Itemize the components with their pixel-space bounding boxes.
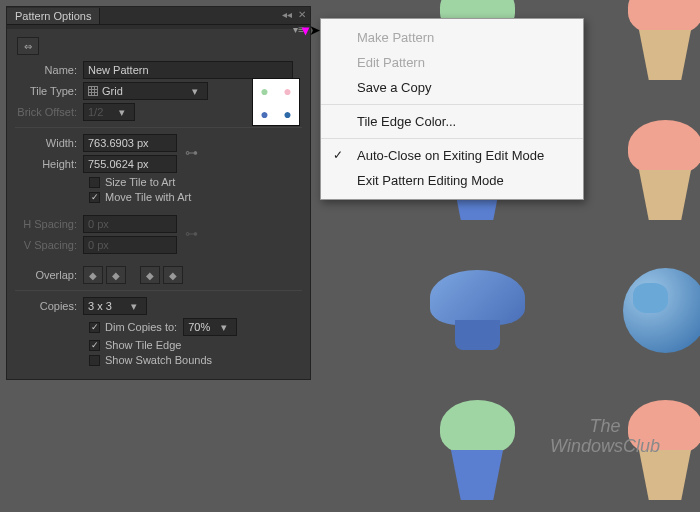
show-swatch-checkbox[interactable] <box>89 355 100 366</box>
menu-save-copy[interactable]: Save a Copy <box>321 75 583 100</box>
expand-tile-icon[interactable]: ⇔ <box>17 37 39 55</box>
copies-label: Copies: <box>15 300 83 312</box>
brick-offset-select: 1/2▾ <box>83 103 135 121</box>
panel-tab-bar: Pattern Options ◂◂ ✕ <box>7 7 310 25</box>
height-input[interactable] <box>83 155 177 173</box>
show-swatch-label: Show Swatch Bounds <box>105 354 212 366</box>
width-label: Width: <box>15 137 83 149</box>
dim-copies-select[interactable]: 70%▾ <box>183 318 237 336</box>
tile-type-select[interactable]: Grid ▾ <box>83 82 208 100</box>
panel-flyout-menu: Make Pattern Edit Pattern Save a Copy Ti… <box>320 18 584 200</box>
watermark: The WindowsClub <box>550 417 660 457</box>
menu-auto-close[interactable]: ✓Auto-Close on Exiting Edit Mode <box>321 143 583 168</box>
overlap-left-button[interactable]: ◆ <box>83 266 103 284</box>
width-input[interactable] <box>83 134 177 152</box>
name-label: Name: <box>15 64 83 76</box>
collapse-icon[interactable]: ◂◂ <box>282 9 292 20</box>
pattern-preview-thumb: ●● ●● <box>252 78 300 126</box>
grid-icon <box>88 86 98 96</box>
move-tile-checkbox[interactable]: ✓ <box>89 192 100 203</box>
brick-offset-label: Brick Offset: <box>15 106 83 118</box>
panel-tab-pattern-options[interactable]: Pattern Options <box>7 8 100 24</box>
cursor-icon: ▾➤ <box>302 22 321 38</box>
menu-tile-edge-color[interactable]: Tile Edge Color... <box>321 109 583 134</box>
size-tile-label: Size Tile to Art <box>105 176 175 188</box>
overlap-right-button[interactable]: ◆ <box>106 266 126 284</box>
chevron-down-icon: ▾ <box>187 85 203 98</box>
pattern-options-panel: Pattern Options ◂◂ ✕ ▾≡ ⇔ Name: Tile Typ… <box>6 6 311 380</box>
name-input[interactable] <box>83 61 293 79</box>
copies-select[interactable]: 3 x 3▾ <box>83 297 147 315</box>
menu-exit-pattern-editing[interactable]: Exit Pattern Editing Mode <box>321 168 583 193</box>
size-tile-checkbox[interactable] <box>89 177 100 188</box>
v-spacing-input <box>83 236 177 254</box>
close-icon[interactable]: ✕ <box>298 9 306 20</box>
show-tile-edge-checkbox[interactable]: ✓ <box>89 340 100 351</box>
h-spacing-label: H Spacing: <box>15 218 83 230</box>
overlap-top-button[interactable]: ◆ <box>140 266 160 284</box>
show-tile-edge-label: Show Tile Edge <box>105 339 181 351</box>
overlap-bottom-button[interactable]: ◆ <box>163 266 183 284</box>
check-icon: ✓ <box>333 148 343 162</box>
h-spacing-input <box>83 215 177 233</box>
tile-type-label: Tile Type: <box>15 85 83 97</box>
menu-make-pattern: Make Pattern <box>321 25 583 50</box>
move-tile-label: Move Tile with Art <box>105 191 191 203</box>
height-label: Height: <box>15 158 83 170</box>
link-dimensions-icon[interactable]: ⊶ <box>185 145 198 160</box>
dim-copies-checkbox[interactable]: ✓ <box>89 322 100 333</box>
dim-copies-label: Dim Copies to: <box>105 321 177 333</box>
menu-edit-pattern: Edit Pattern <box>321 50 583 75</box>
overlap-label: Overlap: <box>15 269 83 281</box>
link-spacing-icon: ⊶ <box>185 226 198 241</box>
v-spacing-label: V Spacing: <box>15 239 83 251</box>
